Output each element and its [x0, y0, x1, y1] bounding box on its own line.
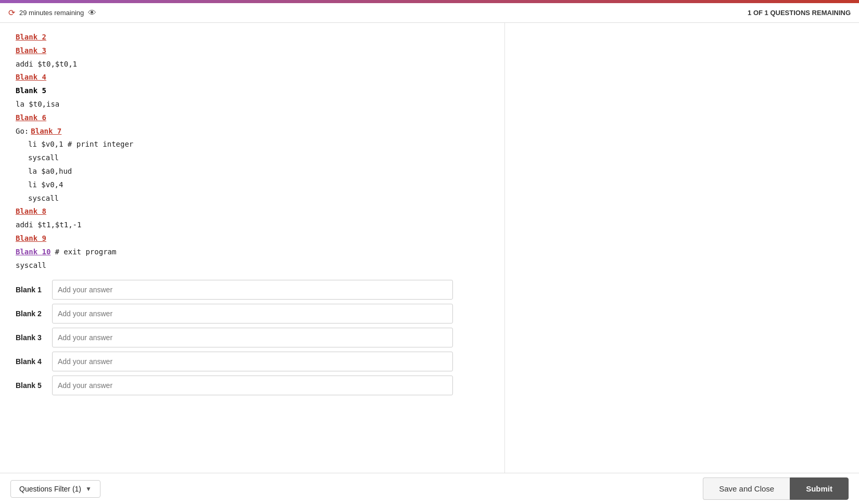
answer-row-blank4: Blank 4	[16, 352, 489, 371]
code-li-v0-1: li $v0,1 # print integer	[16, 138, 489, 151]
blank-2-link[interactable]: Blank 2	[16, 33, 46, 41]
answer-label-blank1: Blank 1	[16, 286, 52, 294]
blank-9-link[interactable]: Blank 9	[16, 234, 46, 242]
timer-area: ⟳ 29 minutes remaining 👁	[8, 8, 96, 18]
answer-input-blank2[interactable]	[52, 304, 453, 324]
timer-text: 29 minutes remaining	[19, 9, 84, 17]
answer-label-blank3: Blank 3	[16, 333, 52, 342]
code-addi-t1: addi $t1,$t1,-1	[16, 219, 489, 231]
main-content: Blank 2 Blank 3 addi $t0,$t0,1 Blank 4 B…	[0, 23, 859, 504]
submit-button[interactable]: Submit	[790, 477, 849, 500]
answer-row-blank5: Blank 5	[16, 376, 489, 395]
right-panel	[505, 23, 859, 504]
chevron-down-icon: ▼	[85, 485, 92, 493]
blank-10-line: Blank 10 # exit program	[16, 246, 489, 259]
questions-filter-button[interactable]: Questions Filter (1) ▼	[10, 480, 100, 498]
questions-remaining: 1 OF 1 QUESTIONS REMAINING	[748, 9, 851, 17]
visibility-icon[interactable]: 👁	[88, 8, 96, 18]
answer-input-blank5[interactable]	[52, 376, 453, 395]
bottom-bar: Questions Filter (1) ▼ Save and Close Su…	[0, 473, 859, 504]
questions-filter-label: Questions Filter (1)	[19, 485, 81, 493]
quiz-panel: Blank 2 Blank 3 addi $t0,$t0,1 Blank 4 B…	[0, 23, 505, 504]
right-buttons: Save and Close Submit	[703, 477, 849, 500]
top-bar: ⟳ 29 minutes remaining 👁 1 OF 1 QUESTION…	[0, 3, 859, 23]
answer-row-blank2: Blank 2	[16, 304, 489, 324]
code-block: Blank 2 Blank 3 addi $t0,$t0,1 Blank 4 B…	[16, 31, 489, 272]
blank-5-bold: Blank 5	[16, 86, 46, 95]
answer-row-blank3: Blank 3	[16, 328, 489, 347]
answer-label-blank5: Blank 5	[16, 381, 52, 390]
answer-input-blank4[interactable]	[52, 352, 453, 371]
answer-input-blank3[interactable]	[52, 328, 453, 347]
code-syscall-1: syscall	[16, 152, 489, 164]
code-li-v0-4: li $v0,4	[16, 179, 489, 191]
code-la-t0-isa: la $t0,isa	[16, 98, 489, 111]
blank-7-link[interactable]: Blank 7	[31, 125, 61, 138]
blank-4-link[interactable]: Blank 4	[16, 73, 46, 81]
blank-6-link[interactable]: Blank 6	[16, 113, 46, 122]
answer-input-blank1[interactable]	[52, 280, 453, 300]
answer-label-blank4: Blank 4	[16, 357, 52, 366]
code-syscall-2: syscall	[16, 192, 489, 205]
timer-icon: ⟳	[8, 8, 15, 18]
blank-3-link[interactable]: Blank 3	[16, 46, 46, 55]
blank-10-link[interactable]: Blank 10	[16, 246, 50, 259]
go-blank-7-line: Go: Blank 7	[16, 125, 489, 138]
go-prefix: Go:	[16, 125, 29, 138]
answer-row-blank1: Blank 1	[16, 280, 489, 300]
save-close-button[interactable]: Save and Close	[703, 477, 790, 500]
code-la-a0-hud: la $a0,hud	[16, 165, 489, 178]
code-addi-t0: addi $t0,$t0,1	[16, 58, 489, 71]
blank-8-link[interactable]: Blank 8	[16, 207, 46, 215]
bottom-spacer	[16, 399, 489, 436]
code-exit-comment: # exit program	[55, 246, 116, 259]
answer-section: Blank 1 Blank 2 Blank 3 Blank 4 Blank 5	[16, 280, 489, 395]
page-wrapper: ⟳ 29 minutes remaining 👁 1 OF 1 QUESTION…	[0, 0, 859, 504]
code-syscall-3: syscall	[16, 260, 489, 272]
answer-label-blank2: Blank 2	[16, 309, 52, 318]
